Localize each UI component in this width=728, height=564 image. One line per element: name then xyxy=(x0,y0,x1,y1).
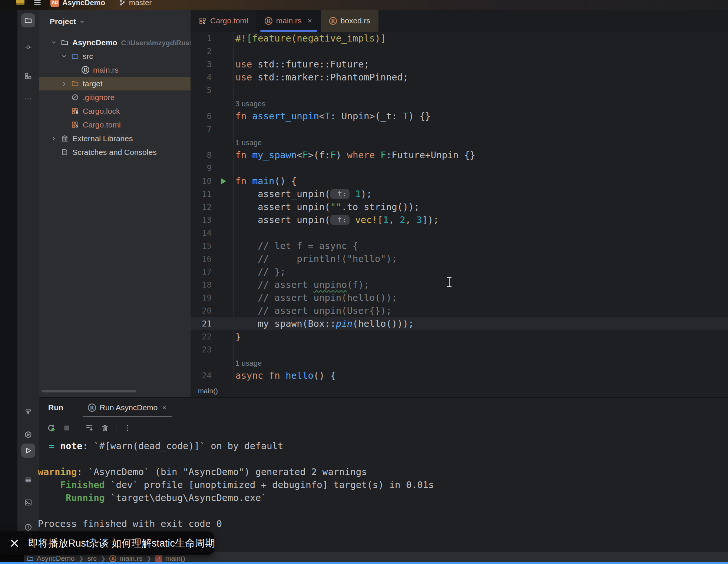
trash-button[interactable] xyxy=(100,424,109,432)
tree-item-cargo-lock[interactable]: Cargo.lock xyxy=(39,104,191,118)
code-token: (f); xyxy=(347,279,369,290)
tree-item-external-libraries[interactable]: External Libraries xyxy=(39,132,191,145)
code-token: F xyxy=(302,150,308,160)
close-icon[interactable] xyxy=(307,18,313,24)
code-line-19[interactable]: 19 // assert_unpin(hello()); xyxy=(191,291,728,304)
stop-button[interactable] xyxy=(62,424,71,432)
line-number: 17 xyxy=(191,267,212,276)
tree-item--gitignore[interactable]: .gitignore xyxy=(39,90,191,104)
line-number: 15 xyxy=(191,241,212,251)
nav-crumb-main-[interactable]: fmain() xyxy=(155,554,185,563)
title-bar: AD AsyncDemo master xyxy=(0,0,728,10)
code-token: () { xyxy=(274,176,297,186)
horizontal-scrollbar[interactable] xyxy=(42,390,136,392)
code-editor[interactable]: 1#![feature(negative_impls)]23use std::f… xyxy=(191,32,728,385)
code-line-12[interactable]: 12 assert_unpin("".to_string()); xyxy=(191,200,728,213)
run-console[interactable]: = note: `#[warn(dead_code)]` on by defau… xyxy=(38,439,705,530)
code-line-15[interactable]: 15 // let f = async { xyxy=(191,239,728,252)
project-panel-title: Project xyxy=(50,17,76,26)
folder-src-icon xyxy=(27,555,34,562)
tree-item-target[interactable]: target xyxy=(39,77,191,90)
code-token: Finished xyxy=(38,480,105,490)
tab-cargo-toml[interactable]: Cargo.toml xyxy=(191,10,257,32)
tree-item-src[interactable]: src xyxy=(39,49,191,63)
parameter-hint-inlay: _t: xyxy=(330,189,350,199)
usages-inlay-row[interactable]: 1 usage xyxy=(191,356,728,369)
code-line-2[interactable]: 2 xyxy=(191,45,728,58)
more-vertical-button[interactable] xyxy=(123,424,132,432)
tool-window-button-project-folder[interactable] xyxy=(21,13,35,27)
code-line-7[interactable]: 7 xyxy=(191,123,728,136)
chevron-right-icon[interactable] xyxy=(61,80,67,87)
chevron-down-icon[interactable] xyxy=(50,39,57,46)
code-line-16[interactable]: 16 // println!("hello"); xyxy=(191,252,728,265)
code-line-1[interactable]: 1#![feature(negative_impls)] xyxy=(191,32,728,45)
project-tool-window: Project AsyncDemoC:\Users\mzygd\Rustrosr… xyxy=(39,10,191,397)
code-line-8[interactable]: 8fn my_spawn<F>(f:F) where F:Future+Unpi… xyxy=(191,149,728,162)
breadcrumb[interactable]: main() xyxy=(198,387,218,395)
nav-crumb-main-rs[interactable]: Rmain.rs xyxy=(109,554,142,563)
rerun-button[interactable] xyxy=(47,424,56,432)
usages-hint[interactable]: 1 usage xyxy=(235,139,262,147)
tab-main-rs[interactable]: Rmain.rs xyxy=(257,10,321,32)
code-token: >(f: xyxy=(308,150,330,160)
nav-crumb-asyncdemo[interactable]: AsyncDemo xyxy=(27,554,75,563)
code-line-11[interactable]: 11 assert_unpin(_t: 1); xyxy=(191,188,728,200)
tab-boxed-rs[interactable]: Rboxed.rs xyxy=(321,10,379,32)
run-tab[interactable]: R Run AsyncDemo xyxy=(83,398,172,417)
close-icon[interactable] xyxy=(10,538,19,548)
project-widget[interactable]: AD AsyncDemo xyxy=(50,0,105,8)
code-line-10[interactable]: 10fn main() { xyxy=(191,175,728,188)
tree-item-cargo-toml[interactable]: Cargo.toml xyxy=(39,118,191,132)
code-line-18[interactable]: 18 // assert_unpino(f); xyxy=(191,278,728,291)
code-line-3[interactable]: 3use std::future::Future; xyxy=(191,58,728,71)
line-number: 2 xyxy=(191,47,212,56)
close-icon[interactable] xyxy=(161,405,167,411)
code-token: main xyxy=(252,176,274,186)
code-token: fn xyxy=(235,150,246,160)
usages-hint[interactable]: 3 usages xyxy=(235,100,265,108)
code-line-22[interactable]: 22} xyxy=(191,330,728,343)
tool-window-button-commit[interactable] xyxy=(21,40,35,54)
tool-window-button-list-lines[interactable] xyxy=(21,473,35,487)
nav-crumb-src[interactable]: src xyxy=(87,554,97,563)
run-gutter-icon[interactable] xyxy=(219,177,227,185)
video-progress-bar[interactable] xyxy=(0,562,728,564)
scroll-to-end-button[interactable] xyxy=(85,424,94,432)
tree-item-asyncdemo[interactable]: AsyncDemoC:\Users\mzygd\Rustro xyxy=(39,36,191,49)
code-token xyxy=(246,176,252,186)
code-line-24[interactable]: 24async fn hello() { xyxy=(191,369,728,382)
code-line-20[interactable]: 20 // assert_unpin(User{}); xyxy=(191,304,728,317)
chevron-down-icon[interactable] xyxy=(61,53,67,60)
project-panel-header[interactable]: Project xyxy=(50,17,85,26)
code-line-5[interactable]: 5 xyxy=(191,84,728,97)
tool-window-button-build-hammer[interactable] xyxy=(21,405,35,419)
usages-hint[interactable]: 1 usage xyxy=(235,359,262,367)
usages-inlay-row[interactable]: 1 usage xyxy=(191,136,728,149)
code-token: Running xyxy=(38,492,105,503)
code-line-21[interactable]: 21 my_spawn(Box::pin(hello())); xyxy=(191,317,728,330)
gitignore-icon xyxy=(71,93,79,101)
tree-item-scratches-and-consoles[interactable]: Scratches and Consoles xyxy=(39,145,191,159)
chevron-right-icon[interactable] xyxy=(50,135,57,142)
code-token: < xyxy=(319,111,325,122)
code-line-6[interactable]: 6fn assert_unpin<T: Unpin>(_t: T) {} xyxy=(191,110,728,123)
code-token: [ xyxy=(377,215,383,225)
tool-window-button-more-horizontal[interactable] xyxy=(21,92,35,106)
main-menu-button[interactable] xyxy=(33,0,42,8)
code-line-17[interactable]: 17 // }; xyxy=(191,265,728,278)
usages-inlay-row[interactable]: 3 usages xyxy=(191,97,728,110)
tree-item-main-rs[interactable]: Rmain.rs xyxy=(39,63,191,77)
code-line-23[interactable]: 23 xyxy=(191,343,728,356)
code-line-4[interactable]: 4use std::marker::PhantomPinned; xyxy=(191,71,728,84)
tool-window-button-terminal[interactable] xyxy=(21,495,35,510)
tool-window-button-run[interactable] xyxy=(21,444,35,458)
code-line-14[interactable]: 14 xyxy=(191,226,728,239)
tab-label: boxed.rs xyxy=(341,16,371,25)
vcs-branch-widget[interactable]: master xyxy=(119,0,152,8)
tool-window-button-structure[interactable] xyxy=(21,69,35,83)
code-line-13[interactable]: 13 assert_unpin(_t: vec![1, 2, 3]); xyxy=(191,213,728,226)
code-line-9[interactable]: 9 xyxy=(191,162,728,175)
code-token: my_spawn xyxy=(252,150,297,160)
tool-window-button-services[interactable] xyxy=(21,428,35,442)
